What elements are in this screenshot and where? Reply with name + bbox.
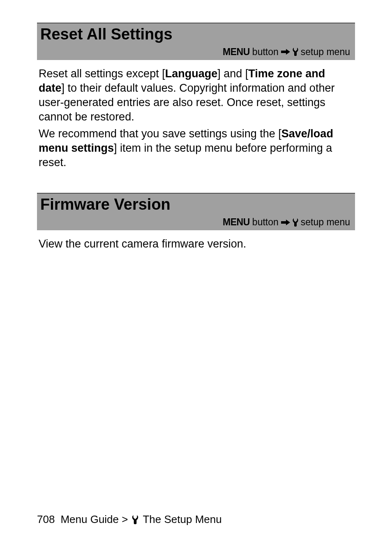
footer-breadcrumb: Menu Guide > The Setup Menu (60, 513, 221, 526)
section-header-reset: Reset All Settings MENU button setup men… (37, 23, 355, 60)
page-footer: 708 Menu Guide > The Setup Menu (37, 513, 222, 526)
paragraph: View the current camera firmware version… (39, 237, 353, 251)
page-number: 708 (37, 513, 55, 526)
button-text: button (252, 46, 279, 58)
menu-label: MENU (223, 217, 250, 228)
footer-path-suffix: The Setup Menu (143, 513, 221, 526)
section-title: Firmware Version (40, 196, 352, 213)
breadcrumb: MENU button setup menu (40, 217, 352, 228)
setup-menu-text: setup menu (301, 46, 350, 58)
footer-path-prefix: Menu Guide > (60, 513, 128, 526)
breadcrumb: MENU button setup menu (40, 46, 352, 58)
paragraph: We recommend that you save settings usin… (39, 127, 353, 170)
menu-label: MENU (223, 46, 250, 58)
arrow-right-icon (281, 49, 290, 55)
paragraph: Reset all settings except [Language] and… (39, 67, 353, 124)
section-body-reset: Reset all settings except [Language] and… (37, 67, 355, 170)
wrench-icon (293, 218, 298, 227)
section-title: Reset All Settings (40, 26, 352, 43)
section-body-firmware: View the current camera firmware version… (37, 237, 355, 251)
wrench-icon (293, 48, 298, 56)
setup-menu-text: setup menu (301, 217, 350, 228)
arrow-right-icon (281, 220, 290, 225)
wrench-icon (132, 515, 138, 524)
section-header-firmware: Firmware Version MENU button setup menu (37, 193, 355, 230)
button-text: button (252, 217, 279, 228)
